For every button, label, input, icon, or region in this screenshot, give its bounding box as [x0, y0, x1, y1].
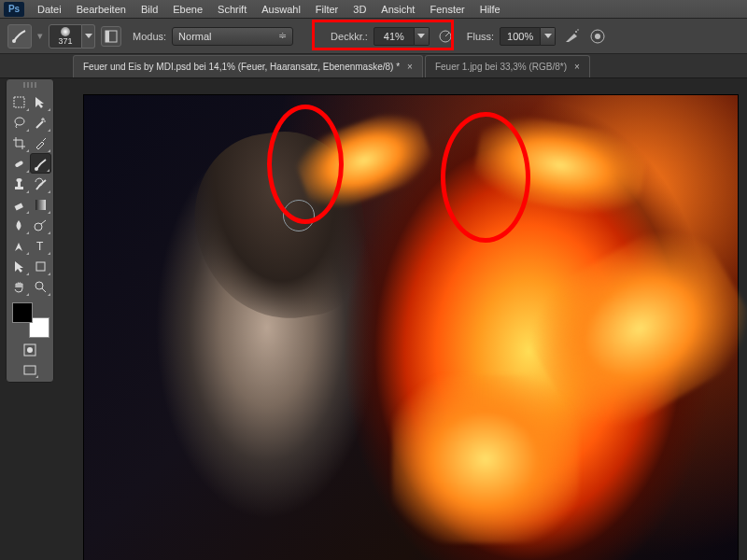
fluss-label: Fluss: [467, 31, 494, 42]
tab-active-document[interactable]: Feuer und Eis by MDI.psd bei 14,1% (Feue… [73, 55, 423, 77]
tablet-pressure-icon [437, 28, 454, 45]
chevron-down-icon [544, 34, 552, 38]
opacity-field[interactable]: 41% [374, 27, 415, 46]
zoom-icon [34, 280, 48, 294]
tool-eyedropper[interactable] [30, 133, 51, 153]
menu-filter[interactable]: Filter [308, 4, 345, 15]
type-icon: T [34, 239, 48, 253]
tool-quick-select[interactable] [30, 112, 51, 133]
color-swatches[interactable] [12, 302, 49, 338]
tab-inactive-document[interactable]: Feuer 1.jpg bei 33,3% (RGB/8*) × [425, 55, 590, 77]
svg-point-22 [27, 347, 33, 353]
brush-size-value: 371 [58, 36, 72, 46]
tools-panel: T [6, 78, 54, 383]
screen-icon [23, 364, 36, 377]
flow-field[interactable]: 100% [500, 27, 541, 46]
svg-text:T: T [36, 240, 44, 253]
svg-point-9 [15, 118, 24, 125]
chevron-down-icon [417, 34, 425, 38]
foreground-color-swatch[interactable] [12, 302, 33, 323]
menu-bild[interactable]: Bild [134, 4, 165, 15]
menu-ebene[interactable]: Ebene [165, 4, 210, 15]
svg-rect-15 [15, 203, 23, 210]
tool-hand[interactable] [8, 276, 30, 297]
menu-bearbeiten[interactable]: Bearbeiten [69, 4, 134, 15]
svg-rect-8 [14, 97, 24, 107]
svg-point-17 [35, 223, 42, 231]
menu-hilfe[interactable]: Hilfe [472, 4, 508, 15]
move-icon [34, 95, 48, 109]
tool-lasso[interactable] [8, 112, 30, 133]
flow-dropdown[interactable] [541, 27, 556, 46]
svg-rect-23 [24, 366, 35, 374]
svg-rect-10 [15, 160, 24, 167]
menu-schrift[interactable]: Schrift [210, 4, 254, 15]
tool-zoom[interactable] [30, 276, 51, 297]
airbrush-icon [563, 28, 580, 45]
svg-point-11 [35, 167, 38, 171]
svg-rect-16 [35, 200, 46, 210]
panel-grabber[interactable] [8, 82, 51, 90]
tool-preset-picker[interactable] [7, 24, 32, 49]
close-icon[interactable]: × [407, 62, 413, 72]
tool-heal[interactable] [8, 153, 30, 174]
opacity-dropdown[interactable] [415, 27, 430, 46]
marquee-icon [12, 95, 26, 109]
tool-history-brush[interactable] [30, 174, 51, 194]
blur-icon [12, 218, 26, 232]
tool-marquee[interactable] [8, 91, 30, 112]
options-bar: ▾ 371 Modus: Normal ≑ Deckkr.: 41% Fluss… [0, 19, 747, 54]
airbrush-toggle[interactable] [561, 26, 582, 47]
menu-datei[interactable]: Datei [30, 4, 69, 15]
tool-brush[interactable] [30, 153, 51, 174]
path-select-icon [12, 259, 26, 273]
tool-blur[interactable] [8, 215, 30, 235]
tool-eraser[interactable] [8, 194, 30, 215]
tool-dodge[interactable] [30, 215, 51, 235]
eraser-icon [12, 198, 26, 212]
menu-ansicht[interactable]: Ansicht [374, 4, 422, 15]
tab-label: Feuer und Eis by MDI.psd bei 14,1% (Feue… [83, 62, 400, 72]
pressure-size-toggle[interactable] [587, 26, 608, 47]
svg-point-20 [35, 282, 43, 289]
app-logo: Ps [4, 2, 24, 17]
wand-icon [34, 116, 48, 130]
tool-type[interactable]: T [30, 235, 51, 256]
pressure-opacity-toggle[interactable] [435, 26, 456, 47]
modus-dropdown[interactable]: Normal ≑ [172, 27, 293, 46]
menu-3d[interactable]: 3D [345, 4, 374, 15]
screen-mode-toggle[interactable] [21, 362, 39, 379]
chevron-down-icon [85, 34, 92, 38]
annotation-ellipse-left [267, 105, 344, 224]
brush-preset-dropdown[interactable] [82, 24, 95, 49]
tool-pen[interactable] [8, 235, 30, 256]
svg-point-0 [12, 39, 16, 43]
tool-path-select[interactable] [8, 256, 30, 276]
annotation-ellipse-right [441, 112, 530, 243]
svg-rect-19 [36, 262, 45, 271]
brush-preset-picker[interactable]: 371 [49, 24, 82, 49]
mask-icon [23, 343, 36, 357]
brush-panel-toggle[interactable] [101, 26, 121, 47]
menu-auswahl[interactable]: Auswahl [254, 4, 308, 15]
modus-value: Normal [178, 31, 211, 42]
tool-shape[interactable] [30, 256, 51, 276]
svg-point-4 [575, 31, 577, 33]
menu-bar: Ps Datei Bearbeiten Bild Ebene Schrift A… [0, 0, 747, 19]
tool-stamp[interactable] [8, 174, 30, 194]
panel-icon [105, 30, 118, 43]
menu-fenster[interactable]: Fenster [422, 4, 472, 15]
tablet-size-icon [589, 28, 606, 45]
tool-move[interactable] [30, 91, 51, 112]
modus-label: Modus: [133, 31, 166, 42]
workspace: T [0, 78, 747, 560]
pen-icon [12, 239, 26, 253]
canvas-area[interactable] [73, 78, 747, 560]
gradient-icon [34, 198, 48, 212]
quick-mask-toggle[interactable] [21, 342, 39, 358]
tool-gradient[interactable] [30, 194, 51, 215]
tool-crop[interactable] [8, 133, 30, 153]
close-icon[interactable]: × [574, 62, 580, 72]
image-content [392, 375, 579, 543]
shape-icon [34, 259, 48, 273]
